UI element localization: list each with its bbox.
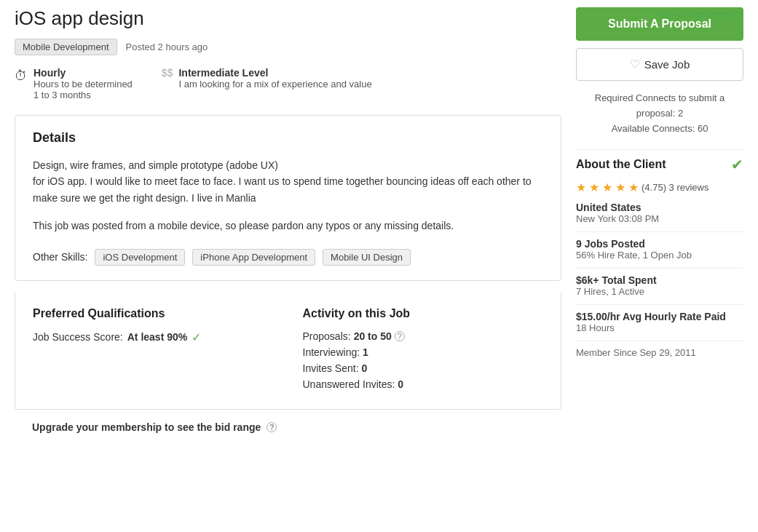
job-success-label: Job Success Score:	[33, 331, 123, 343]
qualifications-section: Preferred Qualifications Job Success Sco…	[33, 307, 274, 394]
proposals-label: Proposals:	[303, 330, 351, 342]
divider-1	[576, 149, 743, 150]
details-title: Details	[33, 130, 543, 146]
check-icon: ✓	[192, 330, 201, 344]
other-skills-row: Other Skills: iOS Development iPhone App…	[33, 249, 543, 266]
star-3: ★	[602, 180, 612, 194]
category-tag[interactable]: Mobile Development	[15, 39, 117, 55]
total-spent: $6k+ Total Spent 7 Hires, 1 Active	[576, 274, 743, 297]
proposals-help-icon[interactable]: ?	[395, 331, 405, 341]
skill-mobile-ui[interactable]: Mobile UI Design	[323, 249, 411, 266]
qual-title: Preferred Qualifications	[33, 307, 274, 320]
divider-5	[576, 341, 743, 341]
meta-row: Mobile Development Posted 2 hours ago	[15, 39, 561, 55]
device-note: This job was posted from a mobile device…	[33, 218, 543, 234]
hours-label: Hours to be determined	[33, 79, 133, 90]
hourly-rate-label: $15.00/hr Avg Hourly Rate Paid	[576, 311, 743, 322]
activity-title: Activity on this Job	[303, 307, 544, 320]
member-since: Member Since Sep 29, 2011	[576, 347, 743, 358]
unanswered-row: Unanswered Invites: 0	[303, 378, 544, 390]
dollar-icon: $$	[162, 67, 173, 79]
hours-worked: 18 Hours	[576, 322, 743, 333]
job-title: iOS app design	[15, 7, 561, 30]
invites-sent-row: Invites Sent: 0	[303, 362, 544, 374]
level-label: Intermediate Level	[178, 67, 371, 79]
interviewing-value: 1	[363, 346, 368, 358]
hire-rate: 56% Hire Rate, 1 Open Job	[576, 250, 743, 261]
connects-box: Required Connects to submit a proposal: …	[576, 91, 743, 136]
about-client-section: About the Client ✔ ★ ★ ★ ★ ★ (4.75) 3 re…	[576, 156, 743, 358]
save-job-label: Save Job	[644, 58, 690, 71]
jobs-posted-label: 9 Jobs Posted	[576, 238, 743, 250]
flag-link[interactable]: Flag as inappropriate	[655, 9, 743, 20]
unanswered-label: Unanswered Invites:	[303, 378, 395, 390]
interviewing-row: Interviewing: 1	[303, 346, 544, 358]
posted-time: Posted 2 hours ago	[126, 41, 208, 52]
qual-activity-box: Preferred Qualifications Job Success Sco…	[15, 293, 561, 410]
rating-text: (4.75) 3 reviews	[641, 182, 708, 193]
jobs-posted: 9 Jobs Posted 56% Hire Rate, 1 Open Job	[576, 238, 743, 261]
star-1: ★	[576, 180, 586, 194]
job-success-row: Job Success Score: At least 90% ✓	[33, 330, 274, 344]
job-level-item: $$ Intermediate Level I am looking for a…	[162, 67, 372, 100]
job-type-label: Hourly	[33, 67, 133, 79]
save-job-button[interactable]: ♡ Save Job	[576, 48, 743, 81]
upgrade-help-icon[interactable]: ?	[267, 422, 277, 432]
unanswered-value: 0	[398, 378, 403, 390]
description: Design, wire frames, and simple prototyp…	[33, 157, 543, 206]
clock-icon: ⏱	[15, 68, 28, 84]
total-spent-label: $6k+ Total Spent	[576, 274, 743, 286]
interviewing-label: Interviewing:	[303, 346, 360, 358]
connects-title: Required Connects to submit a proposal: …	[576, 91, 743, 122]
level-desc: I am looking for a mix of experience and…	[178, 79, 371, 90]
skill-ios-dev[interactable]: iOS Development	[95, 249, 185, 266]
about-client-header: About the Client ✔	[576, 156, 743, 173]
verified-icon: ✔	[731, 156, 743, 173]
hourly-rate: $15.00/hr Avg Hourly Rate Paid 18 Hours	[576, 311, 743, 333]
member-since-label: Member Since Sep 29, 2011	[576, 347, 743, 358]
duration-label: 1 to 3 months	[33, 90, 133, 100]
city-time: New York 03:08 PM	[576, 213, 743, 224]
skill-iphone-app[interactable]: iPhone App Development	[192, 249, 315, 266]
upgrade-row: Upgrade your membership to see the bid r…	[15, 410, 561, 436]
client-country: United States New York 03:08 PM	[576, 202, 743, 224]
divider-3	[576, 268, 743, 269]
invites-sent-value: 0	[362, 362, 368, 374]
job-info-row: ⏱ Hourly Hours to be determined 1 to 3 m…	[15, 67, 561, 100]
about-client-title: About the Client	[576, 158, 666, 171]
star-5-half: ★	[628, 180, 639, 194]
proposals-value: 20 to 50	[354, 330, 392, 342]
skills-label: Other Skills:	[33, 251, 87, 263]
stars-row: ★ ★ ★ ★ ★ (4.75) 3 reviews	[576, 180, 743, 194]
star-4: ★	[615, 180, 625, 194]
job-type-item: ⏱ Hourly Hours to be determined 1 to 3 m…	[15, 67, 133, 100]
activity-section: Activity on this Job Proposals: 20 to 50…	[303, 307, 544, 394]
job-success-value: At least 90%	[127, 331, 187, 343]
proposals-row: Proposals: 20 to 50 ?	[303, 330, 544, 342]
hires: 7 Hires, 1 Active	[576, 286, 743, 297]
connects-available: Available Connects: 60	[576, 122, 743, 137]
country-label: United States	[576, 202, 743, 213]
details-box: Details Design, wire frames, and simple …	[15, 115, 561, 281]
heart-icon: ♡	[630, 57, 640, 71]
upgrade-text: Upgrade your membership to see the bid r…	[32, 421, 261, 433]
sidebar: Submit A Proposal ♡ Save Job Required Co…	[576, 7, 743, 436]
star-2: ★	[589, 180, 599, 194]
invites-sent-label: Invites Sent:	[303, 362, 359, 374]
divider-4	[576, 304, 743, 305]
divider-2	[576, 231, 743, 232]
